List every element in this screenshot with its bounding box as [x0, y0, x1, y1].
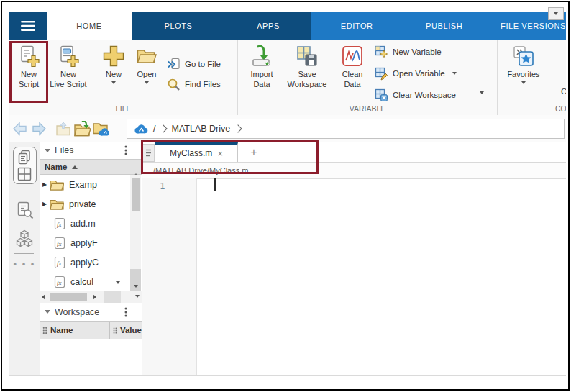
tab-editor[interactable]: EDITOR [311, 12, 402, 40]
section-label-variable: VARIABLE [238, 104, 497, 113]
function-file-icon: fx [54, 275, 65, 288]
code-editor-area[interactable]: 1 [142, 178, 566, 375]
sidebar-more-button[interactable]: • • • [9, 259, 40, 270]
chevron-down-icon [145, 81, 149, 84]
go-to-file-button[interactable]: Go to File [167, 54, 221, 74]
sidebar-item-search-documents[interactable] [9, 201, 40, 220]
editor-context-tab-group: EDITOR PUBLISH FILE VERSIONS [311, 12, 566, 40]
scroll-down-icon[interactable] [135, 295, 140, 298]
workspace-column-headers: Name Value [40, 321, 142, 339]
new-button[interactable]: New [98, 40, 129, 84]
folder-up-icon [55, 122, 71, 136]
scrollbar-corner [104, 291, 121, 303]
section-label-file: FILE [9, 104, 237, 113]
files-menu-button[interactable] [124, 145, 127, 155]
workspace-value-column[interactable]: Value [110, 322, 142, 339]
scroll-left-icon[interactable] [42, 294, 45, 300]
file-row-examples[interactable]: ▶ Examp [40, 175, 142, 194]
clear-workspace-dropdown-arrow[interactable] [480, 91, 484, 94]
ribbon-tab-bar: HOME PLOTS APPS EDITOR PUBLISH FILE VERS… [9, 12, 566, 40]
new-variable-button[interactable]: New Variable [375, 41, 457, 63]
new-live-script-button[interactable]: NewLive Script [46, 40, 91, 89]
files-vertical-scrollbar[interactable] [130, 175, 141, 291]
function-file-icon: fx [54, 217, 65, 230]
scroll-down-button[interactable] [130, 269, 141, 291]
workspace-name-column[interactable]: Name [40, 322, 110, 339]
documents-icon [16, 149, 33, 166]
path-segment-matlab-drive[interactable]: MATLAB Drive [171, 124, 230, 134]
back-button[interactable] [11, 119, 29, 138]
up-folder-button[interactable] [54, 119, 73, 138]
file-name: add.m [70, 219, 96, 229]
scroll-up-button[interactable] [133, 165, 139, 173]
drag-handle-icon [113, 327, 117, 334]
tab-publish[interactable]: PUBLISH [402, 12, 486, 40]
workspace-menu-button[interactable] [124, 307, 127, 317]
upload-folder-button[interactable] [73, 119, 91, 138]
file-row-add-m[interactable]: fx add.m [40, 214, 142, 233]
files-horizontal-scrollbar[interactable] [40, 291, 142, 303]
new-label: New [106, 69, 122, 79]
collapse-triangle-icon[interactable] [45, 310, 50, 314]
clear-commands-label[interactable]: Clear Commands [561, 87, 566, 96]
find-files-label: Find Files [185, 80, 221, 88]
go-to-file-icon [167, 58, 181, 71]
editor-breadcrumb[interactable]: /MATLAB Drive/MyClass.m [142, 163, 566, 179]
new-script-button[interactable]: NewScript [12, 40, 46, 89]
tab-apps[interactable]: APPS [225, 12, 311, 40]
open-folder-icon [136, 43, 157, 69]
path-root[interactable]: / [153, 124, 155, 134]
editor-tab-myclass[interactable]: MyClass.m × [155, 142, 238, 162]
path-field[interactable]: / MATLAB Drive [127, 119, 565, 139]
sort-ascending-icon [72, 165, 78, 169]
editor-pane-menu-button[interactable] [142, 144, 155, 162]
chevron-right-icon[interactable] [234, 124, 242, 132]
line-number-gutter: 1 [142, 178, 197, 375]
ribbon-collapse-button[interactable] [548, 7, 564, 20]
file-row-calcul[interactable]: fx calcul [40, 272, 142, 291]
open-variable-button[interactable]: Open Variable [375, 63, 457, 84]
drag-handle-icon [42, 327, 47, 334]
expand-arrow-icon[interactable]: ▶ [42, 181, 50, 188]
expand-arrow-icon[interactable]: ▶ [42, 201, 50, 207]
clear-workspace-button[interactable]: Clear Workspace [375, 84, 457, 106]
scroll-right-icon[interactable] [93, 294, 96, 300]
cloud-folder-button[interactable] [91, 119, 110, 138]
tab-home[interactable]: HOME [47, 12, 132, 40]
workspace-panel-header: Workspace [40, 303, 142, 321]
chevron-right-icon[interactable] [160, 124, 168, 132]
document-search-icon [15, 201, 35, 220]
overflow-down-indicator [116, 281, 120, 284]
sidebar-item-packages[interactable] [9, 229, 40, 248]
scrollbar-thumb[interactable] [50, 293, 87, 301]
save-workspace-button[interactable]: SaveWorkspace [281, 40, 333, 89]
find-files-button[interactable]: Find Files [167, 74, 221, 94]
sidebar-item-layout[interactable] [9, 166, 40, 182]
file-row-applyf[interactable]: fx applyF [40, 233, 142, 252]
clean-data-icon [342, 43, 363, 69]
open-button[interactable]: Open [131, 40, 163, 84]
forward-button[interactable] [29, 119, 48, 138]
sidebar-item-files[interactable] [9, 149, 40, 166]
ribbon-menu-button[interactable] [9, 12, 47, 40]
clean-data-button[interactable]: CleanData [333, 40, 372, 89]
close-tab-icon[interactable]: × [217, 148, 223, 159]
file-row-applyc[interactable]: fx applyC [40, 252, 142, 272]
new-script-label: New [21, 69, 37, 79]
new-live-script-icon [58, 43, 79, 69]
scrollbar-thumb[interactable] [132, 178, 140, 211]
chevron-down-icon [111, 81, 116, 84]
files-name-column-header[interactable]: Name [40, 159, 142, 175]
address-bar: / MATLAB Drive [9, 115, 566, 142]
import-data-label: Import [250, 69, 273, 79]
new-tab-button[interactable]: + [238, 143, 270, 162]
tab-plots[interactable]: PLOTS [132, 12, 225, 40]
folder-cloud-icon [92, 121, 109, 137]
editor-tab-title: MyClass.m [170, 148, 212, 158]
go-to-file-label: Go to File [185, 60, 221, 68]
collapse-triangle-icon[interactable] [45, 149, 50, 152]
new-live-script-label: New [60, 69, 76, 79]
favorites-button[interactable]: Favorites [503, 40, 544, 84]
import-data-button[interactable]: ImportData [242, 40, 281, 89]
file-row-private[interactable]: ▶ private [40, 194, 142, 214]
